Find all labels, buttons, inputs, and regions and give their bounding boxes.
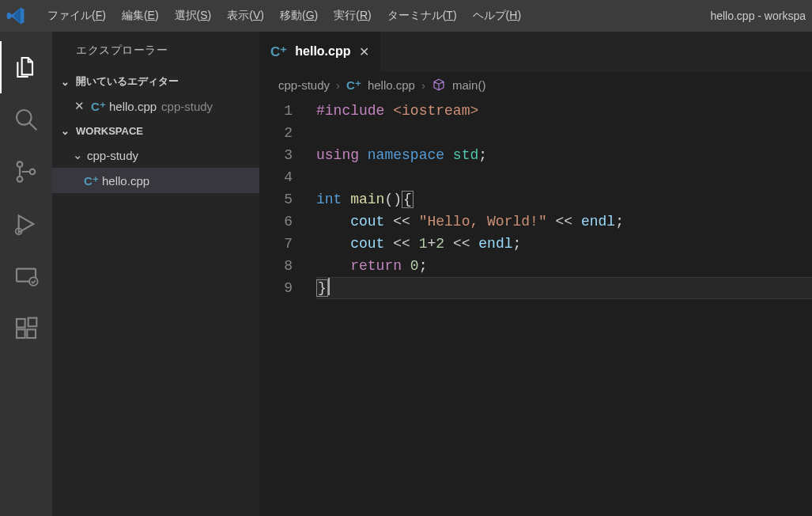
search-icon bbox=[13, 107, 39, 132]
tab-filename: hello.cpp bbox=[295, 44, 350, 59]
code-line[interactable]: using namespace std; bbox=[316, 144, 812, 166]
svg-point-3 bbox=[17, 176, 23, 182]
gutter: 1 2 3 4 5 6 7 8 9 bbox=[259, 100, 316, 516]
editor-area: C⁺ hello.cpp ✕ cpp-study › C⁺ hello.cpp … bbox=[259, 32, 812, 516]
linenumber: 6 bbox=[259, 211, 293, 233]
code-line[interactable]: #include <iostream> bbox=[316, 100, 812, 122]
symbol-method-icon bbox=[432, 78, 446, 92]
svg-rect-8 bbox=[17, 319, 25, 328]
code-editor[interactable]: 1 2 3 4 5 6 7 8 9 #include <iostream> us… bbox=[259, 98, 812, 516]
linenumber: 3 bbox=[259, 144, 293, 166]
svg-rect-10 bbox=[27, 329, 36, 338]
svg-point-2 bbox=[17, 161, 23, 167]
activity-extensions[interactable] bbox=[0, 302, 52, 355]
open-editor-item[interactable]: ✕ C⁺ hello.cpp cpp-study bbox=[52, 93, 259, 119]
close-icon[interactable]: ✕ bbox=[74, 99, 85, 113]
folder-name: cpp-study bbox=[87, 149, 138, 162]
activity-explorer[interactable] bbox=[0, 41, 52, 93]
menu-file[interactable]: ファイル(F) bbox=[40, 9, 114, 23]
code-lines[interactable]: #include <iostream> using namespace std;… bbox=[316, 100, 812, 516]
chevron-down-icon: ⌄ bbox=[59, 125, 71, 137]
vscode-icon bbox=[6, 6, 25, 25]
extensions-icon bbox=[13, 316, 39, 341]
linenumber: 9 bbox=[259, 277, 293, 299]
editor-tabstrip: C⁺ hello.cpp ✕ bbox=[259, 32, 812, 71]
files-icon bbox=[13, 55, 39, 80]
source-control-icon bbox=[13, 159, 39, 184]
chevron-right-icon: › bbox=[336, 78, 340, 92]
chevron-right-icon: › bbox=[421, 78, 425, 92]
chevron-down-icon: ⌄ bbox=[71, 148, 84, 162]
workspace-label: WORKSPACE bbox=[76, 125, 143, 137]
code-line[interactable] bbox=[316, 122, 812, 144]
code-line[interactable]: int main(){ bbox=[316, 188, 812, 211]
menu-selection[interactable]: 選択(S) bbox=[167, 9, 220, 23]
menu-go[interactable]: 移動(G) bbox=[272, 9, 326, 23]
run-debug-icon bbox=[13, 211, 39, 237]
activity-bar bbox=[0, 32, 52, 516]
svg-point-4 bbox=[30, 169, 36, 175]
workspace-header[interactable]: ⌄ WORKSPACE bbox=[52, 119, 259, 142]
tree-folder[interactable]: ⌄ cpp-study bbox=[52, 142, 259, 168]
menu-terminal[interactable]: ターミナル(T) bbox=[380, 9, 465, 23]
cpp-file-icon: C⁺ bbox=[346, 79, 361, 91]
editor-tab[interactable]: C⁺ hello.cpp ✕ bbox=[259, 32, 381, 71]
code-line[interactable]: } bbox=[316, 277, 812, 299]
menu-help[interactable]: ヘルプ(H) bbox=[465, 9, 529, 23]
chevron-down-icon: ⌄ bbox=[59, 76, 71, 88]
close-icon[interactable]: ✕ bbox=[359, 44, 369, 59]
remote-icon bbox=[13, 264, 39, 289]
linenumber: 8 bbox=[259, 255, 293, 277]
open-editors-label: 開いているエディター bbox=[76, 74, 179, 89]
breadcrumb-file[interactable]: hello.cpp bbox=[368, 78, 415, 92]
activity-remote[interactable] bbox=[0, 250, 52, 302]
cpp-file-icon: C⁺ bbox=[91, 101, 106, 112]
linenumber: 5 bbox=[259, 188, 293, 211]
linenumber: 4 bbox=[259, 166, 293, 188]
menu-run[interactable]: 実行(R) bbox=[326, 9, 379, 23]
code-line[interactable]: return 0; bbox=[316, 255, 812, 277]
activity-run-debug[interactable] bbox=[0, 198, 52, 250]
breadcrumbs[interactable]: cpp-study › C⁺ hello.cpp › main() bbox=[259, 71, 812, 98]
tree-file[interactable]: C⁺ hello.cpp bbox=[52, 168, 259, 193]
explorer-sidebar: エクスプローラー ⌄ 開いているエディター ✕ C⁺ hello.cpp cpp… bbox=[52, 32, 259, 516]
menu-view[interactable]: 表示(V) bbox=[219, 9, 272, 23]
open-editor-filename: hello.cpp bbox=[109, 100, 157, 113]
file-name: hello.cpp bbox=[102, 174, 149, 188]
linenumber: 7 bbox=[259, 233, 293, 255]
linenumber: 1 bbox=[259, 100, 293, 122]
svg-point-7 bbox=[29, 277, 38, 286]
code-line[interactable] bbox=[316, 166, 812, 188]
open-editors-header[interactable]: ⌄ 開いているエディター bbox=[52, 70, 259, 93]
menu-edit[interactable]: 編集(E) bbox=[114, 9, 167, 23]
explorer-title: エクスプローラー bbox=[52, 32, 259, 70]
main-area: エクスプローラー ⌄ 開いているエディター ✕ C⁺ hello.cpp cpp… bbox=[0, 32, 812, 516]
code-line[interactable]: cout << 1+2 << endl; bbox=[316, 233, 812, 255]
activity-search[interactable] bbox=[0, 93, 52, 146]
text-cursor bbox=[328, 278, 330, 295]
activity-scm[interactable] bbox=[0, 146, 52, 198]
cpp-file-icon: C⁺ bbox=[84, 175, 99, 187]
open-editor-descr: cpp-study bbox=[161, 100, 213, 113]
cpp-file-icon: C⁺ bbox=[270, 45, 287, 59]
svg-line-1 bbox=[29, 123, 36, 130]
titlebar: ファイル(F) 編集(E) 選択(S) 表示(V) 移動(G) 実行(R) ター… bbox=[0, 0, 812, 32]
code-line[interactable]: cout << "Hello, World!" << endl; bbox=[316, 211, 812, 233]
linenumber: 2 bbox=[259, 122, 293, 144]
svg-rect-11 bbox=[28, 318, 37, 327]
window-title: hello.cpp - workspa bbox=[710, 9, 806, 22]
svg-point-0 bbox=[17, 110, 32, 125]
svg-rect-9 bbox=[17, 329, 25, 338]
breadcrumb-symbol[interactable]: main() bbox=[452, 78, 486, 92]
breadcrumb-folder[interactable]: cpp-study bbox=[278, 78, 330, 92]
